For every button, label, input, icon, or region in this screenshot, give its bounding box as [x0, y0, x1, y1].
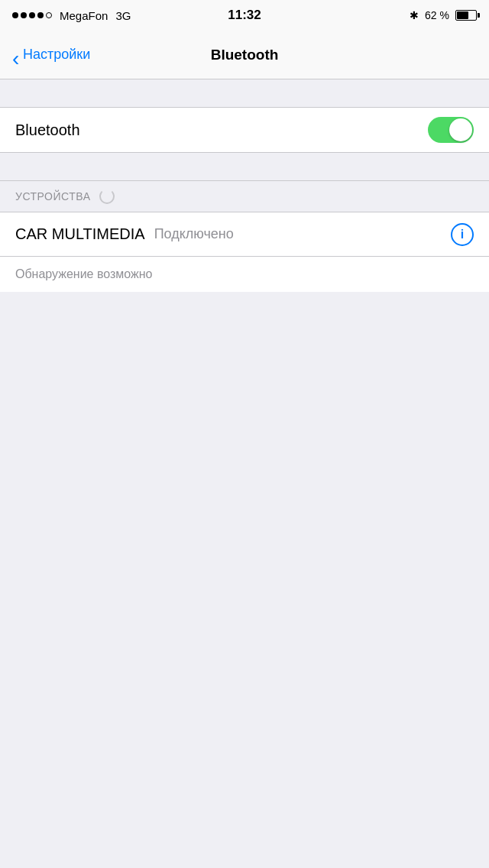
status-right: ✱ 62 %	[410, 9, 477, 21]
signal-dot-3	[29, 12, 35, 18]
device-row[interactable]: CAR MULTIMEDIA Подключено i	[0, 212, 489, 256]
signal-dot-4	[37, 12, 44, 18]
bluetooth-label: Bluetooth	[15, 121, 80, 139]
back-label: Настройки	[23, 47, 90, 63]
devices-section: УСТРОЙСТВА CAR MULTIMEDIA Подключено i О…	[0, 180, 489, 292]
bluetooth-toggle-row: Bluetooth	[0, 108, 489, 152]
device-name: CAR MULTIMEDIA	[15, 225, 145, 243]
battery-icon	[455, 10, 477, 21]
bottom-area	[0, 292, 489, 750]
bluetooth-section: Bluetooth	[0, 107, 489, 153]
device-status: Подключено	[154, 226, 234, 242]
nav-title: Bluetooth	[211, 47, 279, 63]
back-button[interactable]: Настройки	[12, 47, 90, 63]
info-icon: i	[461, 228, 464, 241]
battery-fill	[457, 11, 468, 19]
bluetooth-toggle[interactable]	[428, 117, 474, 143]
discovery-text: Обнаружение возможно	[15, 267, 153, 280]
discovery-note: Обнаружение возможно	[0, 256, 489, 292]
devices-header: УСТРОЙСТВА	[0, 181, 489, 212]
device-info: CAR MULTIMEDIA Подключено	[15, 225, 234, 243]
signal-dots	[12, 12, 52, 18]
chevron-left-icon	[12, 48, 20, 62]
network-type-label: 3G	[115, 9, 131, 22]
signal-dot-1	[12, 12, 18, 18]
status-bar: MegaFon 3G 11:32 ✱ 62 %	[0, 0, 489, 31]
signal-dot-2	[21, 12, 27, 18]
devices-header-label: УСТРОЙСТВА	[15, 190, 90, 202]
status-time: 11:32	[228, 8, 261, 23]
bluetooth-icon: ✱	[410, 9, 419, 21]
loading-spinner	[99, 189, 115, 204]
signal-dot-5	[46, 12, 52, 18]
device-info-button[interactable]: i	[451, 223, 474, 246]
top-spacer	[0, 79, 489, 107]
nav-bar: Настройки Bluetooth	[0, 31, 489, 79]
carrier-label: MegaFon	[60, 9, 108, 22]
status-left: MegaFon 3G	[12, 9, 131, 22]
battery-percent-label: 62 %	[425, 9, 449, 21]
toggle-knob	[449, 118, 472, 141]
